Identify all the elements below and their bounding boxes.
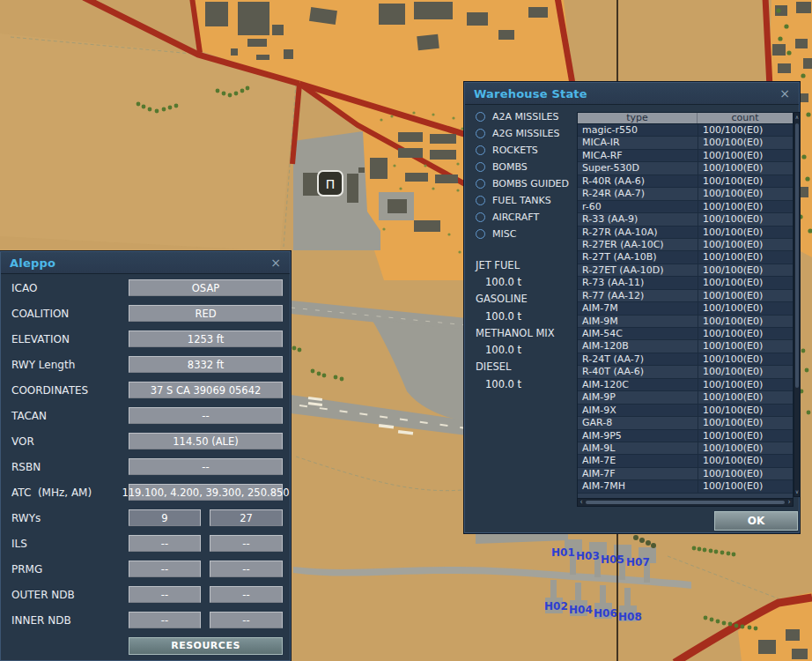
table-row[interactable]: AIM-7M 100/100(E0): [578, 302, 793, 315]
table-row[interactable]: R-40T (AA-6) 100/100(E0): [578, 366, 793, 378]
radio-button-icon[interactable]: [476, 145, 485, 155]
column-header-count[interactable]: count: [698, 113, 793, 123]
category-radio-option[interactable]: FUEL TANKS: [476, 192, 569, 209]
table-row[interactable]: AIM-9M 100/100(E0): [578, 316, 793, 328]
field-value[interactable]: 1253 ft: [129, 330, 283, 347]
field-value-left[interactable]: --: [129, 612, 201, 628]
scroll-right-icon[interactable]: ›: [786, 499, 793, 506]
table-row[interactable]: AIM-54C 100/100(E0): [578, 328, 793, 340]
weapon-count-cell: 100/100(E0): [698, 290, 793, 301]
resources-button[interactable]: RESOURCES: [129, 637, 283, 655]
table-row[interactable]: R-73 (AA-11) 100/100(E0): [578, 277, 793, 289]
table-row[interactable]: R-24R (AA-7) 100/100(E0): [578, 188, 793, 200]
category-radio-option[interactable]: AIRCRAFT: [476, 209, 569, 226]
radio-button-icon[interactable]: [476, 112, 485, 122]
table-vertical-scrollbar[interactable]: ∧ ∨: [794, 112, 801, 497]
field-value[interactable]: 114.50 (ALE): [129, 433, 283, 449]
category-radio-option[interactable]: A2G MISSILES: [476, 125, 569, 142]
helipad-label: H08: [618, 611, 642, 623]
table-row[interactable]: R-40R (AA-6) 100/100(E0): [578, 175, 793, 188]
table-row[interactable]: AIM-7MH 100/100(E0): [578, 480, 793, 493]
airport-info-row: OUTER NDB -- --: [1, 582, 290, 607]
table-row[interactable]: AIM-7F 100/100(E0): [578, 468, 793, 480]
ok-button[interactable]: OK: [714, 511, 798, 531]
field-value-right[interactable]: --: [210, 612, 283, 628]
table-row[interactable]: R-27R (AA-10A) 100/100(E0): [578, 227, 793, 239]
table-row[interactable]: AIM-7E 100/100(E0): [578, 455, 793, 467]
table-row[interactable]: magic-r550 100/100(E0): [578, 124, 793, 137]
fuel-value[interactable]: 100.0 t: [476, 273, 555, 290]
category-radio-option[interactable]: MISC: [476, 226, 569, 242]
fuel-value[interactable]: 100.0 t: [476, 341, 555, 358]
close-icon[interactable]: ×: [270, 256, 281, 269]
table-row[interactable]: R-77 (AA-12) 100/100(E0): [578, 290, 793, 302]
table-row[interactable]: AIM-120C 100/100(E0): [578, 379, 793, 391]
table-row[interactable]: AIM-9L 100/100(E0): [578, 442, 793, 455]
table-row[interactable]: R-33 (AA-9) 100/100(E0): [578, 213, 793, 226]
weapon-count-cell: 100/100(E0): [698, 405, 793, 416]
category-radio-option[interactable]: A2A MISSILES: [476, 108, 569, 125]
weapon-type-cell: R-27ER (AA-10C): [578, 239, 698, 250]
scroll-down-icon[interactable]: ∨: [794, 487, 800, 496]
resources-row: RESOURCES: [1, 633, 290, 658]
table-row[interactable]: R-27ER (AA-10C) 100/100(E0): [578, 239, 793, 251]
field-value-right[interactable]: --: [210, 535, 283, 552]
radio-button-icon[interactable]: [476, 196, 485, 205]
weapon-type-cell: AIM-120C: [578, 379, 698, 390]
field-value[interactable]: RED: [129, 305, 283, 322]
radio-button-icon[interactable]: [476, 179, 485, 189]
fuel-section: JET FUEL 100.0 t GASOLINE 100.0 t METHAN…: [476, 256, 555, 392]
fuel-value[interactable]: 100.0 t: [476, 308, 555, 324]
scroll-up-icon[interactable]: ∧: [794, 113, 800, 122]
table-row[interactable]: Super-530D 100/100(E0): [578, 162, 793, 175]
airport-info-row: COORDINATES 37 S CA 39069 05642: [1, 377, 290, 403]
field-value-left[interactable]: --: [129, 561, 201, 577]
horizontal-scroll-thumb[interactable]: [586, 501, 785, 504]
field-value[interactable]: 8332 ft: [129, 356, 283, 373]
field-value-right[interactable]: 27: [210, 509, 283, 526]
helipad-label: H04: [569, 604, 593, 616]
table-row[interactable]: AIM-9P5 100/100(E0): [578, 430, 793, 442]
field-value[interactable]: OSAP: [129, 279, 283, 296]
table-row[interactable]: AIM-9X 100/100(E0): [578, 405, 793, 417]
airport-info-row: COALITION RED: [1, 301, 290, 326]
airport-info-row: RWY Length 8332 ft: [1, 352, 290, 377]
category-radio-option[interactable]: ROCKETS: [476, 142, 569, 159]
table-row[interactable]: AIM-120B 100/100(E0): [578, 340, 793, 353]
weapon-type-cell: R-40T (AA-6): [578, 366, 698, 377]
table-row[interactable]: AIM-9P 100/100(E0): [578, 391, 793, 404]
table-row[interactable]: R-24T (AA-7) 100/100(E0): [578, 353, 793, 366]
warehouse-panel-title: Warehouse State: [474, 87, 587, 100]
field-value-left[interactable]: 9: [129, 509, 201, 526]
radio-button-icon[interactable]: [476, 162, 485, 172]
scroll-left-icon[interactable]: ‹: [578, 499, 585, 506]
field-value[interactable]: --: [129, 458, 283, 475]
field-value[interactable]: 37 S CA 39069 05642: [129, 382, 283, 398]
airport-icon[interactable]: П: [318, 171, 343, 196]
weapon-count-cell: 100/100(E0): [698, 162, 793, 174]
field-value-left[interactable]: --: [129, 586, 201, 603]
category-radio-option[interactable]: BOMBS GUIDED: [476, 175, 569, 192]
fuel-value[interactable]: 100.0 t: [476, 375, 555, 392]
weapon-type-cell: R-73 (AA-11): [578, 277, 698, 288]
radio-button-icon[interactable]: [476, 212, 485, 222]
table-row[interactable]: MICA-IR 100/100(E0): [578, 137, 793, 149]
column-header-type[interactable]: type: [578, 113, 698, 123]
table-row[interactable]: R-27ET (AA-10D) 100/100(E0): [578, 264, 793, 277]
table-row[interactable]: GAR-8 100/100(E0): [578, 417, 793, 429]
field-value-left[interactable]: --: [129, 535, 201, 552]
category-label: MISC: [492, 228, 516, 240]
table-row[interactable]: R-27T (AA-10B) 100/100(E0): [578, 251, 793, 264]
table-row[interactable]: MICA-RF 100/100(E0): [578, 150, 793, 162]
field-value-right[interactable]: --: [210, 586, 283, 603]
table-row[interactable]: r-60 100/100(E0): [578, 201, 793, 213]
close-icon[interactable]: ×: [779, 87, 790, 100]
radio-button-icon[interactable]: [476, 129, 485, 138]
vertical-scroll-thumb[interactable]: [795, 123, 799, 388]
radio-button-icon[interactable]: [476, 229, 485, 239]
table-horizontal-scrollbar[interactable]: ‹ ›: [577, 498, 794, 507]
field-value[interactable]: 119.100, 4.200, 39.300, 250.850: [129, 484, 283, 501]
category-radio-option[interactable]: BOMBS: [476, 159, 569, 175]
field-value-right[interactable]: --: [210, 561, 283, 577]
field-value[interactable]: --: [129, 407, 283, 424]
